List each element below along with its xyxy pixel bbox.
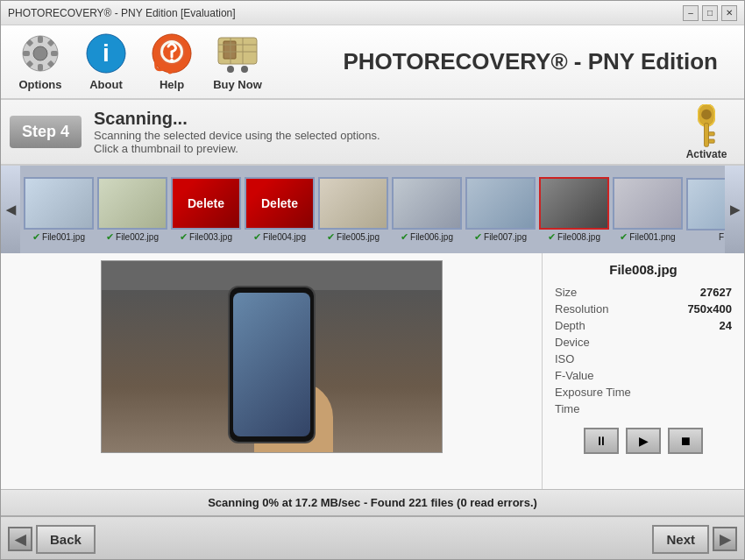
gear-icon bbox=[19, 32, 61, 74]
thumbnail-strip-container: ◀ ✔File001.jpg✔File002.jpgDelete✔File003… bbox=[1, 166, 744, 253]
info-row: Resolution750x400 bbox=[555, 302, 732, 315]
next-label: Next bbox=[666, 532, 695, 547]
about-button[interactable]: i About bbox=[75, 29, 137, 95]
thumbnail-item[interactable]: F bbox=[685, 176, 725, 244]
preview-pane bbox=[1, 253, 543, 489]
close-button[interactable]: ✕ bbox=[721, 5, 737, 21]
svg-rect-29 bbox=[709, 131, 715, 135]
thumbnail-item[interactable]: ✔File006.jpg bbox=[390, 175, 464, 245]
svg-rect-28 bbox=[705, 123, 709, 146]
info-row: Size27627 bbox=[555, 286, 732, 299]
info-row: Depth24 bbox=[555, 319, 732, 332]
back-button[interactable]: Back bbox=[36, 525, 96, 554]
thumb-check-icon: ✔ bbox=[180, 231, 188, 243]
svg-rect-4 bbox=[23, 51, 30, 56]
info-key: Depth bbox=[555, 319, 585, 332]
step-line2: Click a thumbnail to preview. bbox=[94, 142, 678, 155]
window-title: PHOTORECOVERY® - PNY Edition [Evaluation… bbox=[8, 7, 236, 19]
svg-rect-30 bbox=[709, 139, 715, 143]
toolbar: Options i About Help bbox=[1, 25, 744, 100]
playback-controls: ⏸ ▶ ⏹ bbox=[555, 428, 732, 454]
status-text: Scanning 0% at 17.2 MB/sec - Found 221 f… bbox=[208, 496, 537, 509]
svg-rect-5 bbox=[51, 51, 58, 56]
info-key: Exposure Time bbox=[555, 386, 631, 399]
pause-icon: ⏸ bbox=[595, 434, 607, 448]
thumbnail-item[interactable]: Delete✔File004.jpg bbox=[243, 175, 316, 245]
step-bar: Step 4 Scanning... Scanning the selected… bbox=[1, 100, 744, 166]
thumb-check-icon: ✔ bbox=[327, 231, 335, 243]
stop-button[interactable]: ⏹ bbox=[668, 428, 703, 454]
info-key: Device bbox=[555, 336, 590, 349]
thumb-check-icon: ✔ bbox=[401, 231, 408, 243]
thumbnail-label: ✔File003.jpg bbox=[180, 231, 232, 243]
thumbnail-label: ✔File002.jpg bbox=[106, 231, 159, 243]
svg-rect-3 bbox=[38, 64, 43, 71]
svg-point-23 bbox=[227, 66, 234, 73]
activate-button[interactable]: Activate bbox=[678, 101, 735, 164]
help-icon bbox=[151, 32, 193, 74]
help-label: Help bbox=[160, 78, 184, 91]
buynow-button[interactable]: Buy Now bbox=[207, 29, 268, 95]
step-line1: Scanning the selected device using the s… bbox=[94, 129, 678, 142]
info-row: Time bbox=[555, 402, 732, 415]
thumb-scroll-right[interactable]: ▶ bbox=[725, 166, 744, 253]
next-button[interactable]: Next bbox=[652, 525, 709, 554]
toolbar-buttons: Options i About Help bbox=[10, 29, 268, 95]
buynow-label: Buy Now bbox=[213, 78, 262, 91]
info-row: Device bbox=[555, 336, 732, 349]
next-arrow-button[interactable]: ▶ bbox=[713, 527, 737, 551]
thumbnail-label: ✔File001.jpg bbox=[32, 231, 85, 243]
step-text: Scanning... Scanning the selected device… bbox=[94, 109, 678, 155]
thumbnail-strip: ✔File001.jpg✔File002.jpgDelete✔File003.j… bbox=[20, 166, 725, 253]
cart-icon bbox=[216, 32, 259, 74]
next-group: Next ▶ bbox=[652, 525, 737, 554]
svg-point-16 bbox=[170, 59, 174, 62]
thumb-check-icon: ✔ bbox=[32, 231, 40, 243]
thumbnail-label: ✔File001.png bbox=[620, 231, 675, 243]
status-bar: Scanning 0% at 17.2 MB/sec - Found 221 f… bbox=[1, 489, 744, 515]
play-icon: ▶ bbox=[639, 434, 649, 448]
help-button[interactable]: Help bbox=[141, 29, 202, 95]
info-row: F-Value bbox=[555, 369, 732, 382]
svg-point-24 bbox=[241, 66, 248, 73]
thumbnail-item[interactable]: ✔File007.jpg bbox=[464, 175, 537, 245]
thumb-check-icon: ✔ bbox=[548, 231, 556, 243]
thumb-check-icon: ✔ bbox=[253, 231, 261, 243]
back-group: ◀ Back bbox=[8, 525, 96, 554]
svg-rect-2 bbox=[38, 36, 43, 43]
maximize-button[interactable]: □ bbox=[702, 5, 718, 21]
play-button[interactable]: ▶ bbox=[626, 428, 661, 454]
thumbnail-item[interactable]: ✔File008.jpg bbox=[537, 175, 611, 245]
preview-bg bbox=[102, 261, 442, 452]
options-button[interactable]: Options bbox=[10, 29, 71, 95]
thumbnail-item[interactable]: ✔File005.jpg bbox=[316, 175, 390, 245]
title-bar: PHOTORECOVERY® - PNY Edition [Evaluation… bbox=[1, 1, 744, 25]
activate-label: Activate bbox=[686, 148, 727, 160]
thumbnail-label: ✔File004.jpg bbox=[253, 231, 306, 243]
thumb-check-icon: ✔ bbox=[620, 231, 628, 243]
thumbnail-item[interactable]: ✔File001.jpg bbox=[22, 175, 96, 245]
thumb-scroll-left[interactable]: ◀ bbox=[1, 166, 20, 253]
svg-point-1 bbox=[33, 46, 47, 60]
info-key: Resolution bbox=[555, 302, 608, 315]
window-controls: – □ ✕ bbox=[683, 5, 737, 21]
svg-rect-18 bbox=[224, 41, 236, 59]
info-key: Time bbox=[555, 402, 579, 415]
thumbnail-label: ✔File007.jpg bbox=[474, 231, 527, 243]
thumb-check-icon: ✔ bbox=[106, 231, 114, 243]
info-value: 24 bbox=[720, 319, 732, 332]
info-pane: File008.jpg Size27627Resolution750x400De… bbox=[543, 253, 744, 489]
bottom-nav: ◀ Back Next ▶ bbox=[1, 515, 744, 560]
pause-button[interactable]: ⏸ bbox=[584, 428, 619, 454]
thumbnail-item[interactable]: ✔File002.jpg bbox=[96, 175, 169, 245]
back-arrow-button[interactable]: ◀ bbox=[8, 527, 32, 551]
info-row: Exposure Time bbox=[555, 386, 732, 399]
thumbnail-item[interactable]: Delete✔File003.jpg bbox=[169, 175, 243, 245]
stop-icon: ⏹ bbox=[679, 434, 692, 448]
info-filename: File008.jpg bbox=[555, 262, 732, 277]
thumbnail-label: ✔File005.jpg bbox=[327, 231, 380, 243]
thumbnail-item[interactable]: ✔File001.png bbox=[611, 175, 685, 245]
main-content: File008.jpg Size27627Resolution750x400De… bbox=[1, 253, 744, 489]
minimize-button[interactable]: – bbox=[683, 5, 699, 21]
info-key: ISO bbox=[555, 352, 574, 365]
